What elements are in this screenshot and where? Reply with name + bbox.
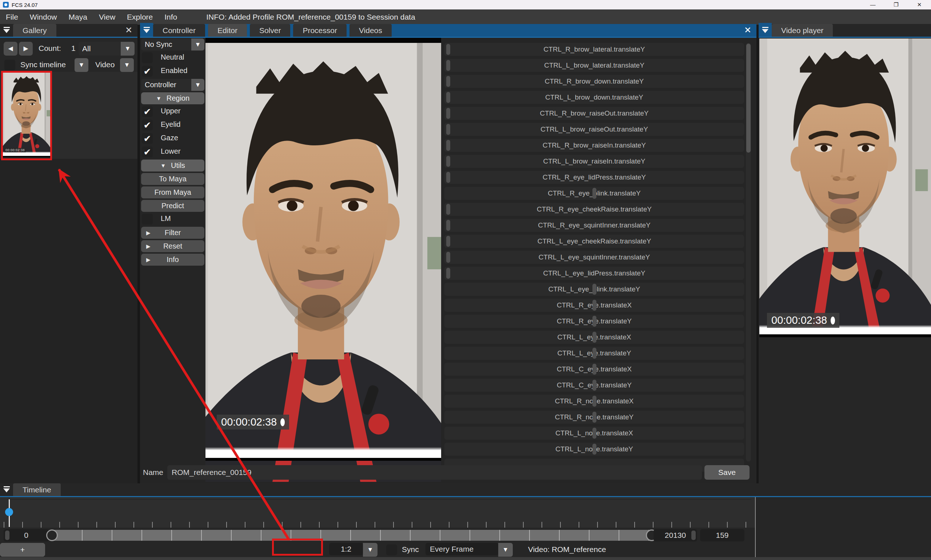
- neutral-checkbox[interactable]: [142, 52, 153, 63]
- eyelid-checkbox-row[interactable]: ✔ Eyelid: [141, 119, 204, 131]
- slider-handle[interactable]: [592, 380, 597, 391]
- to-maya-button[interactable]: To Maya: [141, 173, 204, 185]
- control-slider-row[interactable]: CTRL_R_nose.translateX: [444, 395, 744, 408]
- slider-handle[interactable]: [446, 60, 450, 71]
- control-slider-row[interactable]: CTRL_R_brow_down.translateY: [444, 75, 744, 88]
- slider-handle[interactable]: [446, 268, 450, 279]
- slider-handle[interactable]: [592, 188, 597, 199]
- menu-item[interactable]: Info: [159, 13, 183, 22]
- region-expander[interactable]: ▼ Region: [141, 92, 204, 104]
- control-slider-row[interactable]: CTRL_R_eye_lidPress.translateY: [444, 171, 744, 184]
- enabled-checkbox-row[interactable]: ✔ Enabled: [141, 65, 204, 77]
- control-slider-row[interactable]: CTRL_L_nose.translateX: [444, 427, 744, 440]
- slider-handle[interactable]: [592, 412, 597, 423]
- timeline-range-slider[interactable]: [53, 530, 651, 541]
- control-slider-row[interactable]: CTRL_L_eye_blink.translateY: [444, 283, 744, 296]
- slider-handle[interactable]: [592, 364, 597, 375]
- menu-item[interactable]: View: [93, 13, 121, 22]
- collapse-icon[interactable]: [758, 23, 772, 37]
- controller-tab[interactable]: Videos: [350, 24, 392, 37]
- lower-checkbox[interactable]: ✔: [142, 146, 153, 157]
- enabled-checkbox[interactable]: ✔: [142, 66, 153, 77]
- slider-handle[interactable]: [592, 396, 597, 407]
- slider-handle[interactable]: [446, 92, 450, 103]
- playhead-handle[interactable]: [5, 508, 13, 516]
- control-slider-row[interactable]: CTRL_L_eye_lidPress.translateY: [444, 267, 744, 280]
- slider-handle[interactable]: [446, 108, 450, 119]
- video-player-view[interactable]: 00:00:02:38: [759, 38, 931, 337]
- slider-handle[interactable]: [446, 44, 450, 55]
- collapse-icon[interactable]: [0, 23, 13, 37]
- controls-scrollbar[interactable]: [746, 43, 751, 462]
- control-slider-row[interactable]: CTRL_L_brow_raiseOut.translateY: [444, 123, 744, 136]
- next-icon[interactable]: ▶: [19, 42, 33, 55]
- control-slider-row[interactable]: CTRL_L_eye_cheekRaise.translateY: [444, 235, 744, 248]
- transport-button[interactable]: +: [0, 543, 45, 557]
- save-button[interactable]: Save: [704, 465, 749, 480]
- no-sync-dropdown[interactable]: No Sync ▼: [141, 38, 204, 51]
- controller-tab[interactable]: Controller: [153, 24, 205, 37]
- dropdown-arrow-icon[interactable]: ▼: [74, 58, 88, 72]
- gallery-filter-select[interactable]: All: [79, 42, 121, 55]
- info-expander[interactable]: ▶ Info: [141, 254, 204, 266]
- control-slider-row[interactable]: CTRL_C_eye.translateY: [444, 378, 744, 392]
- control-slider-row[interactable]: CTRL_L_eye_squintInner.translateY: [444, 251, 744, 264]
- controller-tab[interactable]: Editor: [208, 24, 247, 37]
- name-input[interactable]: ROM_reference_00159: [167, 465, 702, 480]
- control-slider-row[interactable]: CTRL_L_nose.translateY: [444, 443, 744, 456]
- lm-checkbox-row[interactable]: LM: [141, 213, 204, 225]
- sync-timeline-checkbox[interactable]: [5, 60, 15, 71]
- lm-checkbox[interactable]: [142, 214, 153, 225]
- slider-handle[interactable]: [446, 236, 450, 247]
- current-frame-field[interactable]: 159: [700, 529, 744, 542]
- control-slider-row[interactable]: CTRL_R_eye.translateX: [444, 299, 744, 312]
- face-viewer[interactable]: 00:00:02:38: [205, 38, 441, 461]
- filter-expander[interactable]: ▶ Filter: [141, 227, 204, 239]
- range-start-field[interactable]: 0: [4, 529, 49, 542]
- close-window-icon[interactable]: ✕: [908, 0, 931, 9]
- control-slider-row[interactable]: CTRL_L_brow_lateral.translateY: [444, 59, 744, 72]
- spinner-handle[interactable]: [5, 531, 9, 540]
- control-slider-row[interactable]: CTRL_L_eye.translateX: [444, 331, 744, 344]
- neutral-checkbox-row[interactable]: Neutral: [141, 52, 204, 64]
- dropdown-arrow-icon[interactable]: ▼: [121, 42, 134, 55]
- slider-handle[interactable]: [446, 156, 450, 167]
- slider-handle[interactable]: [592, 428, 597, 438]
- predict-button[interactable]: Predict: [141, 200, 204, 212]
- slider-handle[interactable]: [446, 76, 450, 87]
- utils-expander[interactable]: ▼ Utils: [141, 160, 204, 172]
- control-slider-row[interactable]: CTRL_R_brow_raiseIn.translateY: [444, 139, 744, 152]
- slider-handle[interactable]: [592, 348, 597, 358]
- slider-handle[interactable]: [446, 204, 450, 215]
- control-slider-row[interactable]: CTRL_R_nose.translateY: [444, 411, 744, 424]
- upper-checkbox[interactable]: ✔: [142, 106, 153, 117]
- control-slider-row[interactable]: CTRL_R_brow_lateral.translateY: [444, 43, 744, 56]
- dropdown-arrow-icon[interactable]: ▼: [191, 38, 204, 51]
- menu-item[interactable]: Maya: [63, 13, 93, 22]
- close-icon[interactable]: ✕: [744, 26, 751, 34]
- close-icon[interactable]: ✕: [125, 26, 133, 34]
- collapse-icon[interactable]: [140, 23, 153, 37]
- control-slider-row[interactable]: CTRL_R_eye_blink.translateY: [444, 187, 744, 200]
- control-slider-row[interactable]: CTRL_R_eye.translateY: [444, 315, 744, 328]
- control-slider-row[interactable]: CTRL_R_brow_raiseOut.translateY: [444, 107, 744, 120]
- control-slider-row[interactable]: CTRL_L_brow_raiseIn.translateY: [444, 155, 744, 168]
- prev-icon[interactable]: ◀: [4, 42, 17, 55]
- control-slider-row[interactable]: CTRL_C_eye.translateX: [444, 363, 744, 376]
- control-slider-row[interactable]: CTRL_R_eye_squintInner.translateY: [444, 219, 744, 232]
- slider-handle[interactable]: [446, 172, 450, 183]
- gallery-thumbnail[interactable]: 00:00:02:38: [3, 73, 50, 157]
- slider-handle[interactable]: [592, 316, 597, 327]
- upper-checkbox-row[interactable]: ✔ Upper: [141, 106, 204, 118]
- control-slider-row[interactable]: CTRL_L_brow_down.translateY: [444, 91, 744, 104]
- tab-gallery[interactable]: Gallery: [13, 24, 56, 37]
- menu-item[interactable]: Window: [24, 13, 63, 22]
- from-maya-button[interactable]: From Maya: [141, 186, 204, 198]
- controller-dropdown[interactable]: Controller ▼: [141, 79, 204, 91]
- control-slider-row[interactable]: CTRL_R_eye_cheekRaise.translateY: [444, 203, 744, 216]
- eyelid-checkbox[interactable]: ✔: [142, 120, 153, 131]
- spinner-handle[interactable]: [691, 531, 696, 540]
- slider-handle[interactable]: [592, 444, 597, 455]
- slider-handle[interactable]: [592, 332, 597, 343]
- scrollbar-thumb[interactable]: [746, 44, 751, 152]
